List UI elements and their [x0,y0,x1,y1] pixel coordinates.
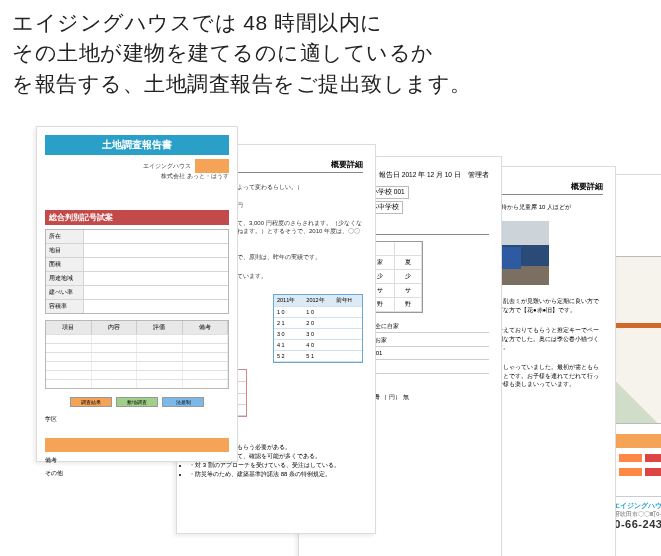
report-company-meta: エイジングハウス 株式会社 あっと・はうす [45,159,229,180]
foot-label-1: 学区 [45,415,229,424]
grid-label: 用途地域 [46,272,84,285]
subgrid-header: 項目 [46,321,92,334]
report-main-grid: 所在 地目 面積 用途地域 建ぺい率 容積率 [45,229,229,314]
report-company: エイジングハウス [143,163,191,169]
yt-h: 2011年 [274,295,303,306]
yt-c: 1 0 [274,307,303,317]
foot-label-3: その他 [45,469,229,478]
legend-swatch [645,454,661,462]
yt-h: 前年H [333,295,362,306]
survey-result-button[interactable]: 調査結果 [70,397,112,407]
grid-label: 地目 [46,244,84,257]
report-sub-grid: 項目 内容 評価 備考 [45,320,229,389]
report-title: 土地調査報告書 [45,135,229,155]
grid-label: 建ぺい率 [46,286,84,299]
grid-label: 容積率 [46,300,84,313]
report-form-sheet: 土地調査報告書 エイジングハウス 株式会社 あっと・はうす 総合判別記号試案 所… [36,126,238,462]
subgrid-header: 評価 [137,321,183,334]
report-foot-band [45,438,229,452]
subgrid-header: 内容 [92,321,138,334]
headline-block: エイジングハウスでは 48 時間以内に その土地が建物を建てるのに適しているか … [0,0,661,99]
grid-value [84,230,228,243]
detail-a-year-table: 2011年2012年前年H 1 01 0 2 12 0 3 03 0 4 14 … [273,294,363,363]
company-logo-icon [195,159,229,173]
headline-line3: を報告する、土地調査報告をご提出致します。 [12,69,649,99]
subgrid-header: 備考 [183,321,229,334]
report-band: 総合判別記号試案 [45,210,229,225]
grid-label: 所在 [46,230,84,243]
date-label: 報告日 [379,171,400,178]
headline-line2: その土地が建物を建てるのに適しているか [12,38,649,68]
report-company-sub: 株式会社 あっと・はうす [161,173,229,179]
legend-swatch [619,454,643,462]
document-stack: 土地調査報告書 エイジングハウス 株式会社 あっと・はうす 総合判別記号試案 所… [36,120,641,556]
admin-label: 管理者 [468,171,489,178]
regulation-button[interactable]: 法規制 [162,397,204,407]
site-survey-button[interactable]: 敷地調査 [116,397,158,407]
date-value: 2012 年 12 月 10 日 [402,171,461,178]
report-button-row: 調査結果 敷地調査 法規制 [45,397,229,407]
foot-label-2: 備考 [45,456,229,465]
headline-line1: エイジングハウスでは 48 時間以内に [12,8,649,38]
yt-h: 2012年 [303,295,332,306]
grid-label: 面積 [46,258,84,271]
